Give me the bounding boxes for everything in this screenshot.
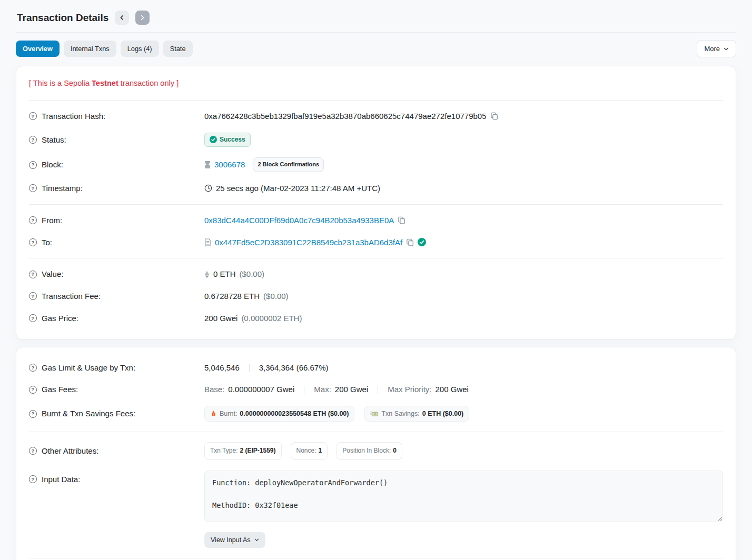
transaction-hash-row: Transaction Hash: 0xa7662428c3b5eb1329fb… <box>29 105 723 127</box>
copy-icon[interactable] <box>398 216 405 224</box>
value-usd: ($0.00) <box>240 268 265 280</box>
input-data-label: Input Data: <box>42 474 80 485</box>
more-dropdown-label: More <box>704 45 720 53</box>
txn-type-value: 2 (EIP-1559) <box>240 446 275 455</box>
input-data-textarea[interactable]: Function: deployNewOperatorAndForwarder(… <box>204 471 723 522</box>
help-icon[interactable] <box>29 112 37 120</box>
txn-savings-badge: Txn Savings: 0 ETH ($0.00) <box>364 406 469 422</box>
from-value-group: 0x83dC44a4C00DFf69d0A0c7c94B20b53a4933BE… <box>204 215 723 226</box>
input-data-label-group: Input Data: <box>29 471 204 485</box>
block-row: Block: 3006678 2 Block Confirmations <box>29 152 723 177</box>
to-address-link[interactable]: 0x447Fd5eC2D383091C22B8549cb231a3bAD6d3f… <box>215 237 402 248</box>
value-label: Value: <box>42 268 63 280</box>
gas-limit-usage-label: Gas Limit & Usage by Txn: <box>42 362 135 374</box>
help-icon[interactable] <box>29 364 37 372</box>
value-value-group: 0 ETH ($0.00) <box>204 268 723 280</box>
help-icon[interactable] <box>29 216 37 224</box>
copy-icon[interactable] <box>406 238 414 246</box>
gas-price-row: Gas Price: 200 Gwei (0.0000002 ETH) <box>29 307 723 329</box>
contract-file-icon <box>204 238 211 246</box>
chevron-down-icon <box>254 537 259 542</box>
txn-savings-value: 0 ETH ($0.00) <box>422 409 464 418</box>
position-in-block-label: Position In Block: <box>342 446 391 455</box>
help-icon[interactable] <box>29 447 37 455</box>
transaction-fee-label-group: Transaction Fee: <box>29 291 204 302</box>
tab-state[interactable]: State <box>163 41 193 57</box>
testnet-warning: [ This is a Sepolia Testnet transaction … <box>29 76 723 95</box>
status-badge: Success <box>204 133 251 147</box>
help-icon[interactable] <box>29 161 37 169</box>
gas-fees-base-value: 0.000000007 Gwei <box>228 384 294 395</box>
gas-price-amount: 200 Gwei <box>204 313 238 324</box>
help-icon[interactable] <box>29 292 37 300</box>
transaction-hash-value: 0xa7662428c3b5eb1329fbaf919e5a32b3870ab6… <box>204 111 487 122</box>
burnt-savings-label-group: Burnt & Txn Savings Fees: <box>29 408 204 419</box>
status-badge-text: Success <box>220 135 245 144</box>
tabs-row: Overview Internal Txns Logs (4) State Mo… <box>16 40 736 57</box>
block-confirmations-badge: 2 Block Confirmations <box>253 157 324 172</box>
page-header: Transaction Details <box>16 5 736 32</box>
chevron-right-icon <box>140 15 145 21</box>
timestamp-value-group: 25 secs ago (Mar-02-2023 11:27:48 AM +UT… <box>204 183 723 194</box>
txn-type-badge: Txn Type: 2 (EIP-1559) <box>204 442 282 459</box>
gas-fees-max-priority-value: 200 Gwei <box>436 384 469 395</box>
page: Transaction Details Overview Internal Tx… <box>0 0 752 560</box>
transaction-hash-value-group: 0xa7662428c3b5eb1329fbaf919e5a32b3870ab6… <box>204 111 723 122</box>
more-dropdown-button[interactable]: More <box>697 40 736 57</box>
chevron-down-icon <box>724 46 729 52</box>
to-label: To: <box>42 237 52 248</box>
check-circle-icon <box>210 136 217 143</box>
clock-icon <box>204 184 212 192</box>
header-divider <box>16 32 736 33</box>
nonce-badge: Nonce: 1 <box>291 442 328 459</box>
transaction-fee-label: Transaction Fee: <box>42 291 101 302</box>
gas-fees-label-group: Gas Fees: <box>29 384 204 395</box>
block-number-link[interactable]: 3006678 <box>214 159 245 171</box>
input-data-row: Input Data: Function: deployNewOperatorA… <box>29 465 723 553</box>
txn-savings-label: Txn Savings: <box>381 409 419 418</box>
tab-internal-txns[interactable]: Internal Txns <box>64 41 116 57</box>
transaction-fee-value-group: 0.6728728 ETH ($0.00) <box>204 291 723 302</box>
details-card: Gas Limit & Usage by Txn: 5,046,546 3,36… <box>16 347 736 560</box>
next-transaction-button[interactable] <box>135 11 150 25</box>
flame-icon <box>210 410 217 417</box>
help-icon[interactable] <box>29 475 37 483</box>
help-icon[interactable] <box>29 238 37 246</box>
tab-overview[interactable]: Overview <box>16 41 60 57</box>
gas-limit-usage-value-group: 5,046,546 3,364,364 (66.67%) <box>204 362 723 374</box>
help-icon[interactable] <box>29 136 37 144</box>
block-value-group: 3006678 2 Block Confirmations <box>204 157 723 172</box>
txn-type-label: Txn Type: <box>210 446 238 455</box>
previous-transaction-button[interactable] <box>115 11 129 25</box>
tab-logs[interactable]: Logs (4) <box>121 41 159 57</box>
eth-icon <box>204 271 210 278</box>
vertical-separator <box>378 386 378 394</box>
transaction-fee-amount: 0.6728728 ETH <box>204 291 260 302</box>
help-icon[interactable] <box>29 410 37 418</box>
testnet-warning-emphasis: Testnet <box>92 79 118 87</box>
value-amount: 0 ETH <box>213 268 236 280</box>
chevron-left-icon <box>119 15 125 21</box>
timestamp-value: 25 secs ago (Mar-02-2023 11:27:48 AM +UT… <box>216 183 380 194</box>
help-icon[interactable] <box>29 386 37 394</box>
copy-icon[interactable] <box>490 112 498 120</box>
help-icon[interactable] <box>29 184 37 192</box>
burnt-savings-value-group: Burnt: 0.000000000023550548 ETH ($0.00) … <box>204 406 723 422</box>
money-wings-icon <box>370 411 379 417</box>
other-attributes-value-group: Txn Type: 2 (EIP-1559) Nonce: 1 Position… <box>204 442 723 459</box>
to-value-group: 0x447Fd5eC2D383091C22B8549cb231a3bAD6d3f… <box>204 237 723 248</box>
from-label: From: <box>42 215 62 226</box>
transaction-hash-label-group: Transaction Hash: <box>29 111 204 122</box>
from-address-link[interactable]: 0x83dC44a4C00DFf69d0A0c7c94B20b53a4933BE… <box>204 215 394 226</box>
burnt-fees-label: Burnt: <box>220 409 237 418</box>
burnt-savings-row: Burnt & Txn Savings Fees: Burnt: 0.00000… <box>29 401 723 427</box>
vertical-separator <box>304 386 304 394</box>
position-in-block-badge: Position In Block: 0 <box>337 442 402 459</box>
page-title: Transaction Details <box>17 12 108 24</box>
status-label-group: Status: <box>29 134 204 146</box>
help-icon[interactable] <box>29 271 37 278</box>
help-icon[interactable] <box>29 314 37 322</box>
view-input-as-button[interactable]: View Input As <box>204 532 265 548</box>
gas-fees-row: Gas Fees: Base: 0.000000007 Gwei Max: 20… <box>29 378 723 401</box>
value-label-group: Value: <box>29 268 204 280</box>
